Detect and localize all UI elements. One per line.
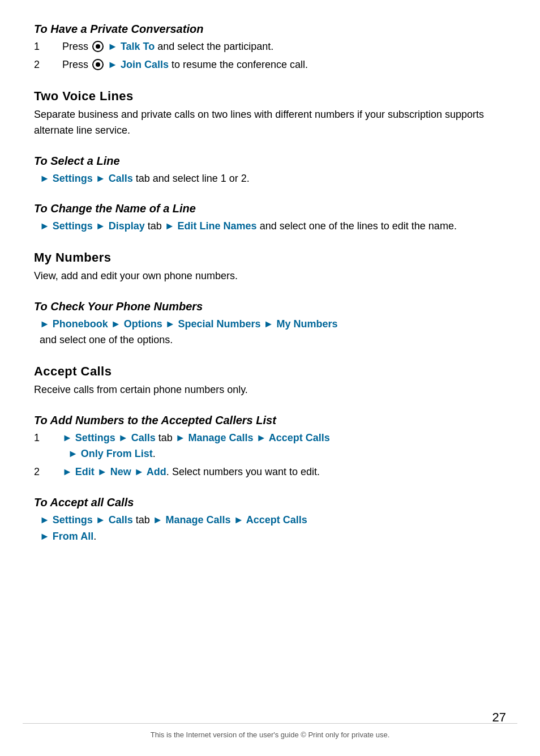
add-step2-period: . xyxy=(166,466,172,477)
page-container: To Have a Private Conversation 1 Press ►… xyxy=(0,0,540,606)
calls-link-3: Calls xyxy=(109,514,133,526)
change-name-tab: tab xyxy=(148,220,165,232)
phonebook-link: Phonebook xyxy=(53,318,108,330)
add-step2-arrow-1: ► xyxy=(62,466,75,477)
section-check-phone: To Check Your Phone Numbers ► Phonebook … xyxy=(34,300,506,348)
body-two-voice-lines: Separate business and private calls on t… xyxy=(34,107,506,139)
heading-add-numbers: To Add Numbers to the Accepted Callers L… xyxy=(34,414,506,427)
accept-all-arrow-3: ► xyxy=(153,514,166,526)
check-phone-arrow-4: ► xyxy=(264,318,277,330)
private-conversation-steps: 1 Press ► Talk To and select the partici… xyxy=(34,39,506,73)
select-line-arrow: ► xyxy=(40,173,53,184)
from-all-period: . xyxy=(93,531,96,542)
body-my-numbers: View, add and edit your own phone number… xyxy=(34,268,506,284)
add-step2-arrow-3: ► xyxy=(134,466,147,477)
add-step-2-content: ► Edit ► New ► Add. Select numbers you w… xyxy=(62,464,506,480)
select-line-arrow-2: ► xyxy=(96,173,109,184)
heading-change-name: To Change the Name of a Line xyxy=(34,202,506,215)
add-step1-sub: ► Only From List. xyxy=(62,448,156,459)
manage-calls-link: Manage Calls xyxy=(188,432,254,443)
body-accept-all-line2: ► From All. xyxy=(34,529,506,545)
add-step-2-number: 2 xyxy=(34,464,62,480)
section-change-name: To Change the Name of a Line ► Settings … xyxy=(34,202,506,234)
add-step1-arrow-4: ► xyxy=(256,432,269,443)
display-link: Display xyxy=(109,220,145,232)
section-accept-all: To Accept all Calls ► Settings ► Calls t… xyxy=(34,496,506,545)
my-numbers-link: My Numbers xyxy=(276,318,337,330)
body-change-name: ► Settings ► Display tab ► Edit Line Nam… xyxy=(34,219,506,234)
step-1-content: Press ► Talk To and select the participa… xyxy=(62,39,506,55)
change-name-arrow-2: ► xyxy=(96,220,109,232)
section-private-conversation: To Have a Private Conversation 1 Press ►… xyxy=(34,23,506,73)
step-2-number: 2 xyxy=(34,57,62,73)
circle-icon-1 xyxy=(92,41,104,52)
add-link: Add xyxy=(147,466,166,477)
circle-icon-2 xyxy=(92,59,104,70)
settings-link-4: Settings xyxy=(53,514,93,526)
add-step-2-suffix: Select numbers you want to edit. xyxy=(172,466,320,477)
add-step1-arrow-5: ► xyxy=(68,448,81,459)
select-line-suffix: tab and select line 1 or 2. xyxy=(136,173,250,184)
add-step1-arrow-1: ► xyxy=(62,432,75,443)
special-numbers-link: Special Numbers xyxy=(178,318,261,330)
from-all-link: From All xyxy=(53,531,93,542)
accept-calls-link-1: Accept Calls xyxy=(269,432,330,443)
heading-my-numbers: My Numbers xyxy=(34,250,506,265)
add-step-2: 2 ► Edit ► New ► Add. Select numbers you… xyxy=(34,464,506,480)
heading-select-line: To Select a Line xyxy=(34,155,506,168)
heading-private-conversation: To Have a Private Conversation xyxy=(34,23,506,36)
settings-link-1: Settings xyxy=(53,173,93,184)
accept-all-tab: tab xyxy=(136,514,153,526)
new-link: New xyxy=(110,466,131,477)
add-step1-arrow-3: ► xyxy=(175,432,188,443)
change-name-suffix: and select one of the lines to edit the … xyxy=(260,220,457,232)
step-2: 2 Press ► Join Calls to resume the confe… xyxy=(34,57,506,73)
edit-link: Edit xyxy=(75,466,95,477)
add-step-1-content: ► Settings ► Calls tab ► Manage Calls ► … xyxy=(62,430,506,462)
check-phone-arrow-3: ► xyxy=(165,318,178,330)
check-phone-arrow-1: ► xyxy=(40,318,53,330)
body-check-phone: ► Phonebook ► Options ► Special Numbers … xyxy=(34,317,506,348)
join-calls-link: Join Calls xyxy=(121,59,169,70)
body-accept-calls: Receive calls from certain phone numbers… xyxy=(34,382,506,398)
accept-all-arrow-2: ► xyxy=(96,514,109,526)
step-2-content: Press ► Join Calls to resume the confere… xyxy=(62,57,506,73)
add-step1-arrow-2: ► xyxy=(118,432,131,443)
section-add-numbers: To Add Numbers to the Accepted Callers L… xyxy=(34,414,506,480)
edit-line-names-link: Edit Line Names xyxy=(178,220,257,232)
add-step-1-number: 1 xyxy=(34,430,62,446)
settings-link-2: Settings xyxy=(53,220,93,232)
accept-calls-link-2: Accept Calls xyxy=(246,514,307,526)
section-accept-calls: Accept Calls Receive calls from certain … xyxy=(34,364,506,398)
talk-to-link: Talk To xyxy=(121,41,155,52)
change-name-arrow-1: ► xyxy=(40,220,53,232)
change-name-arrow-3: ► xyxy=(165,220,178,232)
heading-two-voice-lines: Two Voice Lines xyxy=(34,89,506,104)
heading-check-phone: To Check Your Phone Numbers xyxy=(34,300,506,313)
step-1-number: 1 xyxy=(34,39,62,55)
manage-calls-link-2: Manage Calls xyxy=(166,514,231,526)
accept-all-arrow-1: ► xyxy=(40,514,53,526)
step-1: 1 Press ► Talk To and select the partici… xyxy=(34,39,506,55)
arrow-2: ► xyxy=(108,59,121,70)
add-step2-arrow-2: ► xyxy=(97,466,110,477)
step-2-suffix: to resume the conference call. xyxy=(172,59,308,70)
step-2-press: Press xyxy=(62,59,88,70)
body-accept-all-line1: ► Settings ► Calls tab ► Manage Calls ► … xyxy=(34,512,506,528)
section-two-voice-lines: Two Voice Lines Separate business and pr… xyxy=(34,89,506,139)
add-step-1: 1 ► Settings ► Calls tab ► Manage Calls … xyxy=(34,430,506,462)
settings-link-3: Settings xyxy=(75,432,115,443)
add-numbers-steps: 1 ► Settings ► Calls tab ► Manage Calls … xyxy=(34,430,506,480)
accept-all-arrow-4: ► xyxy=(234,514,246,526)
accept-all-arrow-5: ► xyxy=(40,531,53,542)
step-1-suffix: and select the participant. xyxy=(157,41,273,52)
arrow-1: ► xyxy=(108,41,121,52)
add-step1-period: . xyxy=(153,448,156,459)
heading-accept-all: To Accept all Calls xyxy=(34,496,506,509)
section-my-numbers: My Numbers View, add and edit your own p… xyxy=(34,250,506,284)
add-step1-tab: tab xyxy=(158,432,175,443)
calls-link-1: Calls xyxy=(109,173,133,184)
only-from-list-link: Only From List xyxy=(81,448,153,459)
page-footer: This is the Internet version of the user… xyxy=(23,723,517,739)
options-link: Options xyxy=(124,318,162,330)
